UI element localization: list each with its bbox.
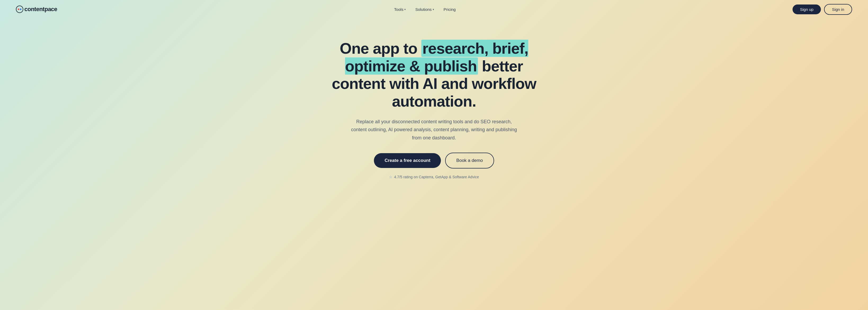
logo[interactable]: contentpace — [16, 6, 57, 13]
hero-title: One app to research, brief, optimize & p… — [326, 40, 542, 110]
book-demo-button[interactable]: Book a demo — [445, 152, 494, 169]
tools-chevron-icon: ▾ — [404, 8, 406, 11]
signin-button[interactable]: Sign in — [824, 4, 852, 15]
nav-pricing[interactable]: Pricing — [443, 7, 456, 12]
hero-title-pre: One app to — [340, 40, 421, 57]
solutions-chevron-icon: ▾ — [433, 8, 434, 11]
logo-icon — [16, 6, 23, 13]
nav-solutions[interactable]: Solutions ▾ — [415, 7, 434, 12]
hero-subtitle: Replace all your disconnected content wr… — [348, 118, 520, 142]
svg-point-0 — [16, 6, 23, 13]
nav-links: Tools ▾ Solutions ▾ Pricing — [394, 7, 456, 12]
rating-text: 4.7/5 rating on Capterra, GetApp & Softw… — [394, 175, 479, 179]
svg-point-2 — [20, 8, 22, 10]
rating-star-icon: ☆ — [389, 175, 393, 179]
rating-row: ☆ 4.7/5 rating on Capterra, GetApp & Sof… — [389, 175, 479, 179]
signup-button[interactable]: Sign up — [793, 4, 821, 14]
hero-actions: Create a free account Book a demo — [374, 152, 494, 169]
hero-section: One app to research, brief, optimize & p… — [315, 19, 553, 195]
nav-actions: Sign up Sign in — [793, 4, 852, 15]
navbar: contentpace Tools ▾ Solutions ▾ Pricing … — [0, 0, 868, 19]
nav-tools[interactable]: Tools ▾ — [394, 7, 406, 12]
logo-text: contentpace — [24, 6, 57, 13]
svg-point-1 — [18, 8, 19, 10]
create-account-button[interactable]: Create a free account — [374, 153, 441, 168]
